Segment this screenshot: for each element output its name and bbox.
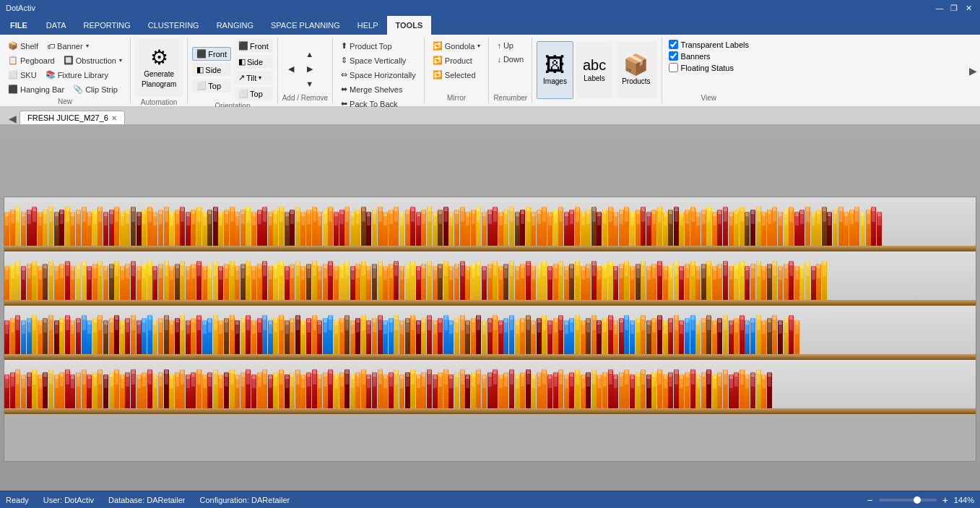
bottle-126 bbox=[695, 374, 701, 408]
bottle-61 bbox=[339, 210, 344, 246]
top-orientation-button[interactable]: ⬜ Top bbox=[192, 79, 231, 92]
add-down-button[interactable]: ▼ bbox=[301, 77, 318, 90]
labels-button[interactable]: abc Labels bbox=[576, 41, 612, 99]
bottle-98 bbox=[542, 261, 547, 300]
products-display-button[interactable]: 📦 Products bbox=[615, 41, 656, 99]
floating-status-checkbox[interactable] bbox=[669, 63, 678, 72]
top2-orientation-button[interactable]: ⬜ Top bbox=[234, 87, 273, 100]
product-mirror-button[interactable]: 🔁 Product bbox=[429, 53, 476, 67]
bottle-22 bbox=[125, 210, 130, 246]
bottle-18 bbox=[103, 374, 108, 408]
bottle-62 bbox=[344, 369, 350, 408]
bottle-119 bbox=[657, 369, 662, 408]
ribbon-scroll-arrow[interactable]: ▶ bbox=[969, 65, 977, 77]
bottle-85 bbox=[471, 372, 476, 408]
doc-tab-close-button[interactable]: ✕ bbox=[111, 114, 117, 122]
bottle-2 bbox=[15, 207, 20, 246]
bottle-131 bbox=[723, 369, 728, 408]
doc-tab-scroll-left[interactable]: ◀ bbox=[6, 113, 19, 124]
bottle-34 bbox=[191, 264, 196, 300]
front-orientation-button[interactable]: ⬛ Front bbox=[192, 47, 231, 61]
generate-planogram-button[interactable]: ⚙ Generate Planogram bbox=[135, 39, 183, 97]
pegboard-button[interactable]: 📋 Pegboard bbox=[4, 53, 58, 67]
add-left-button[interactable]: ◀ bbox=[282, 62, 300, 76]
zoom-minus-button[interactable]: − bbox=[867, 494, 872, 506]
tab-tools[interactable]: TOOLS bbox=[387, 16, 432, 35]
restore-button[interactable]: ❐ bbox=[948, 2, 960, 14]
bottle-50 bbox=[279, 207, 284, 246]
bottle-111 bbox=[613, 320, 618, 354]
images-button[interactable]: 🖼 Images bbox=[537, 41, 573, 99]
bottle-73 bbox=[405, 318, 410, 354]
fixture-library-button[interactable]: 📚 Fixture Library bbox=[42, 68, 112, 82]
floating-status-check[interactable]: Floating Status bbox=[667, 62, 736, 73]
selected-mirror-icon: 🔁 bbox=[433, 70, 443, 79]
tab-ranging[interactable]: RANGING bbox=[208, 16, 262, 35]
space-vertically-button[interactable]: ⇕ Space Vertically bbox=[337, 53, 409, 67]
sku-button[interactable]: ⬜ SKU bbox=[4, 68, 40, 82]
bottle-77 bbox=[427, 207, 432, 246]
add-right-button[interactable]: ▶ bbox=[301, 62, 318, 76]
transparent-labels-checkbox[interactable] bbox=[669, 40, 678, 49]
side2-orientation-button[interactable]: ◧ Side bbox=[234, 55, 273, 69]
bottle-10 bbox=[59, 210, 64, 246]
bottle-31 bbox=[175, 264, 180, 300]
selected-mirror-button[interactable]: 🔁 Selected bbox=[429, 68, 480, 82]
bottle-105 bbox=[581, 212, 586, 246]
bottle-28 bbox=[158, 372, 163, 408]
banner-button[interactable]: 🏷 Banner ▾ bbox=[43, 40, 92, 53]
bottle-30 bbox=[169, 212, 174, 246]
bottle-6 bbox=[38, 320, 43, 354]
front2-orientation-button[interactable]: ⬛ Front bbox=[234, 39, 273, 53]
banners-checkbox[interactable] bbox=[669, 51, 678, 61]
down-renumber-button[interactable]: ↓ Down bbox=[493, 53, 527, 66]
merge-shelves-button[interactable]: ⬌ Merge Shelves bbox=[337, 82, 406, 96]
bottle-12 bbox=[70, 212, 75, 246]
tab-data[interactable]: DATA bbox=[38, 16, 75, 35]
clip-strip-button[interactable]: 📎 Clip Strip bbox=[69, 82, 121, 96]
mirror-row2: 🔁 Product bbox=[429, 53, 485, 67]
bottle-115 bbox=[636, 210, 641, 246]
zoom-thumb[interactable] bbox=[914, 496, 921, 504]
tilt-orientation-button[interactable]: ↗ Tilt ▾ bbox=[234, 71, 273, 85]
side-orientation-button[interactable]: ◧ Side bbox=[192, 63, 231, 77]
tab-file[interactable]: FILE bbox=[0, 16, 38, 35]
tab-reporting[interactable]: REPORTING bbox=[75, 16, 139, 35]
bottle-15 bbox=[87, 374, 92, 408]
bottle-50 bbox=[279, 315, 284, 354]
up-renumber-button[interactable]: ↑ Up bbox=[493, 39, 517, 52]
bottle-67 bbox=[372, 318, 377, 354]
tab-help[interactable]: HELP bbox=[349, 16, 387, 35]
tilt-orient-icon: ↗ bbox=[238, 73, 245, 82]
planogram-area[interactable] bbox=[0, 124, 980, 491]
minimize-button[interactable]: — bbox=[934, 2, 945, 14]
close-button[interactable]: ✕ bbox=[963, 2, 974, 14]
bottle-29 bbox=[164, 369, 169, 408]
bottle-156 bbox=[860, 212, 865, 246]
bottle-136 bbox=[750, 372, 755, 408]
add-up-button[interactable]: ▲ bbox=[301, 48, 318, 61]
bottle-105 bbox=[581, 374, 586, 408]
tab-clustering[interactable]: CLUSTERING bbox=[139, 16, 208, 35]
transparent-labels-check[interactable]: Transparent Labels bbox=[667, 39, 751, 50]
ribbon-group-renumber: ↑ Up ↓ Down Renumber bbox=[489, 38, 532, 103]
bottle-87 bbox=[482, 374, 487, 408]
tab-space-planning[interactable]: SPACE PLANNING bbox=[262, 16, 349, 35]
bottle-152 bbox=[838, 207, 844, 246]
product-top-button[interactable]: ⬆ Product Top bbox=[337, 39, 396, 53]
bottle-115 bbox=[636, 372, 641, 408]
gondola-button[interactable]: 🔁 Gondola ▾ bbox=[429, 39, 485, 53]
bottle-3 bbox=[21, 212, 26, 246]
renumber-group-label: Renumber bbox=[493, 92, 527, 102]
bottle-127 bbox=[701, 318, 706, 354]
bottle-27 bbox=[152, 266, 157, 300]
obstruction-button[interactable]: 🔲 Obstruction ▾ bbox=[60, 53, 126, 67]
shelf-button[interactable]: 📦 Shelf bbox=[4, 39, 42, 53]
doc-tab-fresh-juice[interactable]: FRESH JUICE_M27_6 ✕ bbox=[19, 111, 125, 124]
hanging-bar-button[interactable]: ⬛ Hanging Bar bbox=[4, 82, 68, 96]
zoom-slider[interactable] bbox=[879, 499, 937, 501]
mirror-row3: 🔁 Selected bbox=[429, 68, 485, 82]
space-horizontally-button[interactable]: ⇔ Space Horizontally bbox=[337, 68, 420, 82]
zoom-plus-button[interactable]: + bbox=[942, 494, 948, 506]
banners-check[interactable]: Banners bbox=[667, 51, 713, 61]
